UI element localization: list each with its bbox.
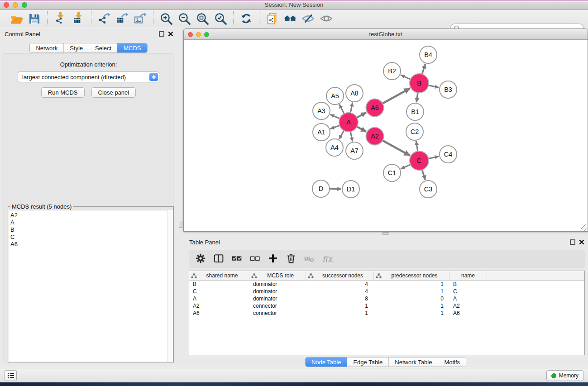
column-header-successor-nodes[interactable]: successor nodes — [306, 271, 374, 280]
result-item[interactable]: A2 — [10, 212, 173, 219]
tab-style[interactable]: Style — [63, 43, 89, 52]
show-eye-button[interactable] — [317, 11, 335, 26]
zoom-out-button[interactable] — [175, 11, 193, 26]
node-B[interactable]: B — [410, 74, 429, 93]
node-table[interactable]: shared name MCDS role successor nodes pr… — [189, 271, 585, 355]
table-row[interactable]: A2connector11A2 — [189, 302, 584, 310]
node-B3[interactable]: B3 — [440, 81, 457, 98]
delete-column-button[interactable] — [284, 251, 299, 267]
table-tab-network-table[interactable]: Network Table — [388, 357, 438, 367]
node-C[interactable]: C — [410, 151, 429, 170]
node-C4[interactable]: C4 — [440, 146, 457, 163]
table-header-row[interactable]: shared name MCDS role successor nodes pr… — [189, 271, 584, 281]
memory-button[interactable]: Memory — [546, 370, 583, 381]
node-A5[interactable]: A5 — [326, 87, 344, 105]
cell-MCDS-role[interactable]: dominator — [249, 281, 306, 287]
cell-name[interactable]: B — [449, 281, 487, 287]
node-A3[interactable]: A3 — [313, 102, 330, 119]
result-item[interactable]: B — [10, 226, 173, 234]
node-B2[interactable]: B2 — [383, 62, 401, 80]
node-A4[interactable]: A4 — [326, 139, 343, 156]
table-tab-motifs[interactable]: Motifs — [438, 357, 466, 367]
cell-MCDS-role[interactable]: dominator — [249, 288, 306, 295]
cell-successor-nodes[interactable]: 8 — [306, 295, 374, 302]
cell-successor-nodes[interactable]: 1 — [306, 303, 374, 309]
cell-name[interactable]: A — [449, 295, 487, 302]
cell-successor-nodes[interactable]: 4 — [306, 288, 374, 295]
network-canvas[interactable]: B4B2BB3A8A5A6A3B1AA1C2A2A4A7C4CC1C3DD1 — [184, 40, 588, 231]
table-row[interactable]: Bdominator41B — [189, 281, 584, 288]
resize-grip[interactable] — [581, 224, 587, 231]
cell-name[interactable]: C — [449, 288, 487, 295]
result-scrollbar[interactable] — [167, 210, 173, 362]
cell-shared-name[interactable]: A2 — [189, 303, 249, 309]
node-D1[interactable]: D1 — [342, 181, 359, 198]
home-button[interactable] — [281, 11, 299, 26]
tab-select[interactable]: Select — [89, 43, 117, 52]
node-A8[interactable]: A8 — [346, 85, 363, 102]
close-panel-icon[interactable] — [168, 31, 173, 37]
cell-shared-name[interactable]: A6 — [189, 310, 249, 316]
cell-shared-name[interactable]: C — [189, 288, 249, 295]
export-network-button[interactable] — [95, 11, 113, 26]
cell-predecessor-nodes[interactable]: 0 — [374, 295, 449, 302]
select-all-button[interactable] — [229, 251, 245, 267]
zoom-selected-button[interactable] — [211, 11, 229, 26]
close-panel-icon[interactable] — [579, 239, 584, 245]
cell-successor-nodes[interactable]: 1 — [306, 310, 374, 316]
table-row[interactable]: Adominator80A — [189, 295, 584, 302]
table-row[interactable]: Cdominator41C — [189, 288, 584, 295]
network-document-button[interactable] — [263, 11, 281, 26]
column-header-name[interactable]: name — [449, 271, 487, 280]
cell-name[interactable]: A2 — [449, 303, 487, 309]
column-header-shared-name[interactable]: shared name — [189, 271, 249, 280]
zoom-in-button[interactable] — [157, 11, 175, 26]
node-A1[interactable]: A1 — [313, 124, 330, 141]
node-A6[interactable]: A6 — [366, 99, 384, 117]
cell-successor-nodes[interactable]: 4 — [306, 281, 374, 287]
zoom-fit-button[interactable] — [193, 11, 211, 26]
cell-predecessor-nodes[interactable]: 1 — [374, 303, 449, 309]
column-browser-button[interactable] — [211, 251, 227, 267]
table-tab-node-table[interactable]: Node Table — [305, 357, 348, 367]
cell-MCDS-role[interactable]: dominator — [249, 295, 306, 302]
horizontal-split-handle[interactable] — [382, 232, 389, 235]
gear-button[interactable] — [193, 251, 209, 267]
deselect-all-button[interactable] — [248, 251, 263, 267]
hide-panel-button[interactable] — [299, 11, 317, 26]
import-table-button[interactable] — [69, 11, 87, 26]
node-A2[interactable]: A2 — [366, 128, 384, 145]
network-window-titlebar[interactable]: testGlobe.txt — [184, 29, 588, 40]
criterion-select[interactable]: largest connected component (directed) — [18, 71, 159, 82]
import-network-button[interactable] — [51, 11, 69, 26]
cell-name[interactable]: A6 — [449, 310, 487, 316]
save-session-button[interactable] — [25, 11, 43, 26]
table-tab-edge-table[interactable]: Edge Table — [347, 357, 388, 367]
refresh-layout-button[interactable] — [237, 11, 255, 26]
add-column-button[interactable] — [266, 251, 281, 267]
close-panel-button[interactable]: Close panel — [91, 87, 136, 98]
cell-shared-name[interactable]: B — [189, 281, 249, 287]
column-header-predecessor-nodes[interactable]: predecessor nodes — [374, 271, 449, 280]
tab-mcds[interactable]: MCDS — [117, 43, 147, 53]
cell-predecessor-nodes[interactable]: 1 — [374, 281, 449, 287]
vertical-split-handle[interactable] — [179, 221, 182, 228]
node-C3[interactable]: C3 — [420, 181, 437, 198]
export-image-button[interactable] — [131, 11, 149, 26]
node-B1[interactable]: B1 — [406, 103, 424, 120]
cell-MCDS-role[interactable]: connector — [249, 303, 306, 309]
node-A[interactable]: A — [339, 113, 358, 132]
cell-predecessor-nodes[interactable]: 1 — [374, 288, 449, 295]
result-item[interactable]: A6 — [10, 241, 173, 248]
node-D[interactable]: D — [312, 180, 330, 197]
mcds-result-list[interactable]: A2ABCA6 — [9, 210, 173, 362]
cell-shared-name[interactable]: A — [189, 295, 249, 302]
run-mcds-button[interactable]: Run MCDS — [41, 87, 85, 98]
console-button[interactable] — [5, 370, 17, 381]
cell-MCDS-role[interactable]: connector — [249, 310, 306, 316]
node-C1[interactable]: C1 — [383, 164, 401, 181]
tab-network[interactable]: Network — [30, 43, 63, 52]
float-panel-icon[interactable] — [570, 239, 575, 245]
open-session-button[interactable] — [7, 11, 25, 26]
float-panel-icon[interactable] — [159, 31, 164, 37]
